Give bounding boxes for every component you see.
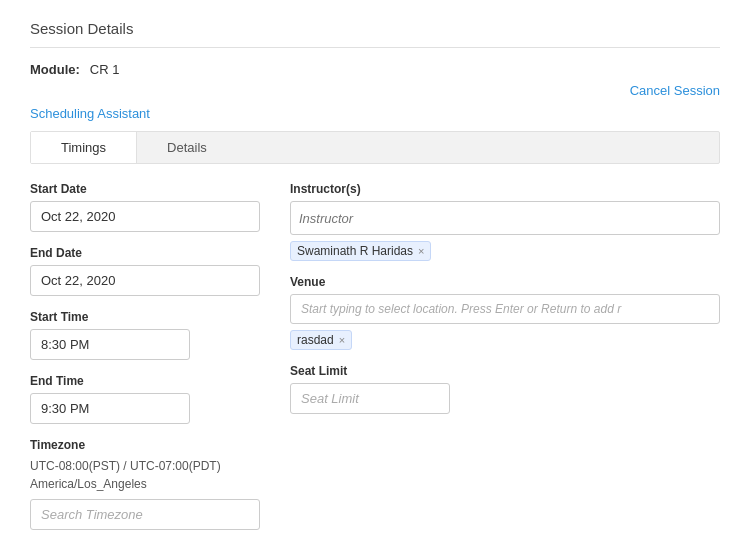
tabs-bar: Timings Details	[30, 131, 720, 164]
scheduling-assistant-link[interactable]: Scheduling Assistant	[30, 106, 150, 121]
instructor-text-input[interactable]	[299, 211, 711, 226]
end-time-field: End Time	[30, 374, 260, 424]
timezone-value: UTC-08:00(PST) / UTC-07:00(PDT) America/…	[30, 457, 260, 493]
left-column: Start Date End Date Start Time End Time …	[30, 182, 260, 538]
start-date-input[interactable]	[30, 201, 260, 232]
end-time-label: End Time	[30, 374, 260, 388]
timezone-field: Timezone UTC-08:00(PST) / UTC-07:00(PDT)…	[30, 438, 260, 530]
start-time-input[interactable]	[30, 329, 190, 360]
module-row: Module: CR 1	[30, 62, 720, 77]
timezone-search-input[interactable]	[30, 499, 260, 530]
session-details-container: Session Details Module: CR 1 Cancel Sess…	[0, 0, 750, 538]
cancel-session-link[interactable]: Cancel Session	[630, 83, 720, 98]
venue-tag-remove[interactable]: ×	[339, 335, 345, 346]
end-date-input[interactable]	[30, 265, 260, 296]
instructors-field: Instructor(s) Swaminath R Haridas ×	[290, 182, 720, 261]
seat-limit-field: Seat Limit	[290, 364, 720, 414]
tab-details[interactable]: Details	[137, 132, 237, 163]
instructor-tag-swaminath: Swaminath R Haridas ×	[290, 241, 431, 261]
end-date-label: End Date	[30, 246, 260, 260]
instructors-label: Instructor(s)	[290, 182, 720, 196]
start-time-label: Start Time	[30, 310, 260, 324]
instructor-tag-remove[interactable]: ×	[418, 246, 424, 257]
start-date-label: Start Date	[30, 182, 260, 196]
tab-timings[interactable]: Timings	[31, 132, 137, 163]
start-date-field: Start Date	[30, 182, 260, 232]
cancel-session-row: Cancel Session	[30, 83, 720, 98]
instructor-tags: Swaminath R Haridas ×	[290, 241, 720, 261]
right-column: Instructor(s) Swaminath R Haridas × Venu…	[290, 182, 720, 538]
venue-input[interactable]	[290, 294, 720, 324]
venue-tag-name: rasdad	[297, 333, 334, 347]
venue-label: Venue	[290, 275, 720, 289]
instructor-tag-name: Swaminath R Haridas	[297, 244, 413, 258]
end-time-input[interactable]	[30, 393, 190, 424]
seat-limit-label: Seat Limit	[290, 364, 720, 378]
timezone-label: Timezone	[30, 438, 260, 452]
module-label: Module:	[30, 62, 80, 77]
instructors-input-container[interactable]	[290, 201, 720, 235]
form-body: Start Date End Date Start Time End Time …	[30, 182, 720, 538]
start-time-field: Start Time	[30, 310, 260, 360]
section-title: Session Details	[30, 20, 720, 48]
venue-field: Venue rasdad ×	[290, 275, 720, 350]
venue-tags: rasdad ×	[290, 330, 720, 350]
seat-limit-input[interactable]	[290, 383, 450, 414]
module-value: CR 1	[90, 62, 120, 77]
end-date-field: End Date	[30, 246, 260, 296]
venue-tag-rasdad: rasdad ×	[290, 330, 352, 350]
